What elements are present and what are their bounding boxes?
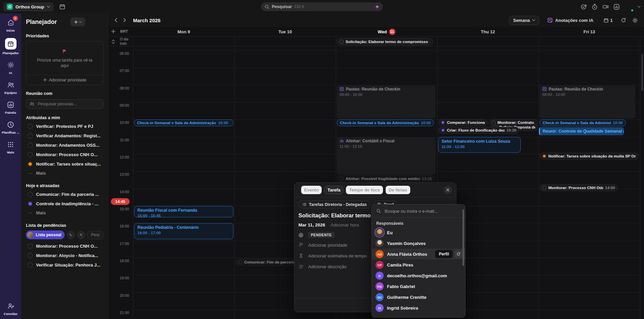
user-avatar[interactable] [624, 2, 633, 11]
stats-icon[interactable] [613, 4, 620, 10]
filter-icon[interactable] [77, 231, 85, 239]
sidebar-item-inicio[interactable]: 7Início [0, 18, 21, 32]
refresh-icon[interactable] [454, 250, 462, 258]
close-icon[interactable] [444, 186, 452, 194]
sidebar-item-mais[interactable]: Mais [0, 140, 21, 154]
search-input[interactable]: Pesquisar Ctrl K [261, 2, 383, 11]
calendar-count-button[interactable]: 1 [602, 17, 615, 23]
view-selector[interactable]: Semana [509, 16, 539, 25]
ai-notes-button[interactable]: Anotações com IA [545, 17, 595, 23]
task-item[interactable]: Comunicar: Fim da parceria ... [26, 189, 103, 199]
timer-icon[interactable] [591, 4, 598, 10]
popup-scrollbar-thumb[interactable] [462, 209, 464, 266]
sidebar-item-paineis[interactable]: Painéis [0, 100, 21, 114]
task-item[interactable]: Monitorar: Andamentos OSS... [26, 140, 103, 150]
task-list-chip[interactable]: Tarefas Diretoria - Delegadas [298, 201, 371, 208]
today-more-button[interactable]: ⋯Mais [26, 208, 103, 217]
allday-event[interactable]: Solicitação: Elaborar termo de compromis… [337, 38, 433, 45]
assignee-row[interactable]: Eu [372, 227, 465, 238]
task-status-icon[interactable] [28, 201, 33, 206]
task-circle-icon[interactable] [28, 143, 33, 148]
calendar-event[interactable]: Check-in Semanal e Sala da Administração… [134, 119, 233, 126]
tab-evento[interactable]: Evento [301, 186, 322, 194]
add-event-icon[interactable] [111, 29, 116, 34]
modal-tabs: EventoTarefaTempo de focoDe férias [294, 183, 456, 197]
calendar-event-selected[interactable]: Reunir: Controle de Qualidade Semanal (F… [539, 127, 624, 135]
sidebar-item-planejador[interactable]: Planejador [0, 38, 21, 55]
next-week-button[interactable] [120, 16, 128, 24]
refresh-icon[interactable] [621, 17, 626, 23]
status-badge[interactable]: PENDENTE [308, 232, 335, 238]
task-chip[interactable]: Notificar: Tarses sobre situação da mult… [540, 153, 639, 160]
calendar-event[interactable]: Setor Financeiro com Luiza Souza11:00 - … [438, 137, 521, 153]
task-item[interactable]: Controle de Inadimplência - ... [26, 199, 103, 208]
task-circle-icon[interactable] [28, 262, 33, 268]
assignee-row[interactable]: Yasmin Gonçalves [372, 238, 465, 249]
add-time-button[interactable]: Adicionar hora [331, 222, 359, 227]
calendar-event[interactable]: Reunião Fiscal com Fernanda15:00 - 15:45 [134, 206, 233, 217]
calendar-event[interactable]: Alinhar: Contábil x Fiscal11:00 - 13:15 [337, 137, 436, 175]
assignee-row[interactable]: GCGuilherme Crenitte [372, 292, 465, 303]
calendar-event[interactable]: Pautas: Reunião de Checkin08:00 - 10:00 [540, 85, 635, 119]
video-icon[interactable] [602, 4, 609, 10]
assignee-row[interactable]: FGFabio Gabriel [372, 281, 465, 292]
assignee-search-input[interactable] [384, 208, 461, 214]
task-chip[interactable]: Criar: Fluxo de Bonificação das Captaçõe… [438, 127, 519, 134]
tab-tarefa[interactable]: Tarefa [324, 186, 343, 194]
ai-note-icon [547, 17, 553, 23]
task-item[interactable]: Monitorar: Processo CNH O... [26, 150, 103, 159]
task-status-icon[interactable] [28, 162, 33, 167]
add-priority-button[interactable]: Adicionar prioridade [26, 75, 103, 85]
task-item[interactable]: Monitorar: Processo CNH O... [26, 241, 103, 251]
profile-button[interactable]: Perfil [435, 250, 453, 258]
task-date[interactable]: Mar 11, 2026 [298, 222, 325, 227]
sidebar-item-equipes[interactable]: Equipes [0, 80, 21, 95]
calendar-icon[interactable] [58, 3, 66, 11]
assignee-search[interactable] [372, 205, 465, 218]
pending-search-input[interactable] [90, 232, 100, 238]
calendar-event[interactable]: Check-in Semanal e Sala da Administração… [337, 119, 434, 126]
expand-allday-icon[interactable] [111, 39, 115, 44]
prev-week-button[interactable] [112, 16, 120, 24]
tab-de-férias[interactable]: De férias [386, 186, 410, 194]
phone-icon[interactable] [67, 231, 75, 239]
gear-icon[interactable] [632, 17, 638, 23]
assigned-more-button[interactable]: ⋯Mais [26, 169, 103, 177]
sidebar-item-convidar[interactable]: Convidar [0, 302, 21, 316]
task-circle-icon[interactable] [28, 133, 33, 138]
task-circle-icon[interactable] [28, 152, 33, 157]
task-item[interactable]: Verificar: Protestos PF e PJ [26, 121, 103, 131]
task-circle-icon[interactable] [28, 192, 33, 197]
sidebar-item-planilhas[interactable]: Planilhas ... [0, 120, 21, 134]
calendar-event[interactable]: Reunião Pediatria - Centenário16:00 - 17… [134, 223, 233, 239]
sidebar-item-ia[interactable]: IA [0, 61, 21, 75]
pending-search[interactable] [87, 231, 103, 239]
add-button[interactable] [70, 17, 85, 26]
calendar-event[interactable]: Pautas: Reunião de Checkin08:00 - 10:00 [337, 85, 436, 119]
tasks-check-icon[interactable] [581, 4, 587, 10]
task-chip[interactable]: Comunicar: Fim da parceria Raf [235, 259, 298, 265]
scrollbar-thumb[interactable] [641, 54, 643, 91]
workspace-switcher[interactable]: O Orthos Group [3, 2, 54, 11]
event-time: 10:00 [421, 121, 431, 125]
assignee-row[interactable]: ISIngrid Sobreira [372, 303, 465, 313]
task-item[interactable]: Notificar: Tarses sobre situaç... [26, 159, 103, 169]
task-item[interactable]: Verificar Situação: Penhora J... [26, 260, 103, 270]
task-chip[interactable]: Comparar: Funcionalida [438, 119, 488, 126]
calendar-event[interactable]: Check-in Semanal e Sala da Administração… [540, 119, 626, 126]
task-item[interactable]: Verificar Andamentos: Regist... [26, 131, 103, 140]
tab-tempo-de-foco[interactable]: Tempo de foco [346, 186, 383, 194]
task-circle-icon[interactable] [28, 124, 33, 129]
assignee-row[interactable]: Ddecoelho.orthos@gmail.com [372, 270, 465, 281]
task-chip[interactable]: Alinhar: Possível fragilidade com médico… [337, 175, 434, 182]
task-circle-icon[interactable] [28, 253, 33, 258]
task-chip[interactable]: Monitorar: Processo CNH Odair14:00 [540, 184, 618, 191]
personal-list-pill[interactable]: Lista pessoal [26, 231, 65, 239]
task-circle-icon[interactable] [28, 244, 33, 249]
assignee-row[interactable]: CPCamila Pires [372, 259, 465, 270]
people-search[interactable] [26, 99, 104, 109]
event-title: Check-in Semanal e Sala da Administração [340, 121, 419, 125]
assignee-row[interactable]: AOAnna Flávia OrthosPerfil [372, 249, 465, 259]
people-search-input[interactable] [37, 101, 100, 107]
task-item[interactable]: Monitorar: Aloycio - Notifica... [26, 251, 103, 260]
